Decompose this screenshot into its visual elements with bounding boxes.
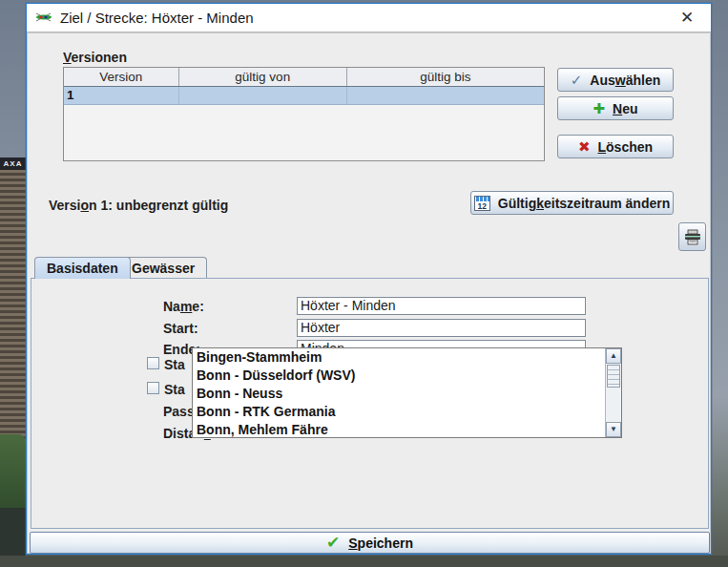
rowing-boat-icon: [34, 10, 53, 26]
dropdown-popup-list: Bingen-Stammheim Bonn - Düsseldorf (WSV)…: [192, 347, 622, 438]
auswaehlen-button[interactable]: ✓ Auswählen: [557, 68, 674, 92]
cell-version[interactable]: 1: [64, 87, 179, 104]
auswaehlen-label: Auswählen: [590, 73, 660, 88]
speichern-button[interactable]: ✔ Speichern: [30, 532, 710, 554]
printer-icon: [684, 229, 701, 245]
close-icon[interactable]: ✕: [675, 7, 699, 30]
version-summary-text: Version 1: unbegrenzt gültig: [49, 198, 228, 213]
checkbox-2[interactable]: [147, 382, 159, 394]
table-row-selected[interactable]: 1: [64, 87, 544, 105]
background-building: [0, 170, 26, 456]
check-icon: ✓: [571, 73, 583, 87]
scroll-up-icon[interactable]: ▲: [606, 348, 621, 364]
versionen-group-label: Versionen: [63, 50, 127, 65]
plus-icon: ✚: [593, 101, 605, 116]
ziel-strecke-dialog: Ziel / Strecke: Höxter - Minden ✕ Versio…: [26, 3, 712, 555]
list-item[interactable]: Bonn - Düsseldorf (WSV): [193, 367, 605, 385]
loeschen-label: Löschen: [598, 139, 654, 155]
col-header-version[interactable]: Version: [64, 68, 179, 86]
delete-x-icon: ✖: [578, 139, 591, 154]
popup-item-list: Bingen-Stammheim Bonn - Düsseldorf (WSV)…: [193, 348, 605, 437]
checkbox-1-label: Sta: [164, 357, 185, 372]
scrollbar-thumb[interactable]: [607, 365, 620, 388]
checkbox-1[interactable]: [147, 357, 159, 369]
scrollbar-track[interactable]: [606, 388, 621, 422]
title-bar[interactable]: Ziel / Strecke: Höxter - Minden ✕: [27, 4, 711, 32]
background-building-sign: AXA: [0, 158, 26, 171]
start-label: Start:: [163, 321, 198, 336]
scroll-down-icon[interactable]: ▼: [606, 422, 621, 437]
background-trees: [0, 434, 26, 515]
start-input[interactable]: Höxter: [297, 319, 586, 337]
cell-gueltig-bis[interactable]: [347, 87, 544, 104]
speichern-label: Speichern: [348, 536, 413, 551]
neu-label: Neu: [613, 101, 637, 116]
save-check-icon: ✔: [326, 535, 340, 551]
versions-table[interactable]: Version gültig von gültig bis 1: [63, 67, 545, 161]
window-title: Ziel / Strecke: Höxter - Minden: [60, 10, 254, 26]
list-item[interactable]: Bingen-Stammheim: [193, 348, 605, 367]
name-label: Name:: [163, 299, 204, 314]
list-item[interactable]: Bonn, Mehlem Fähre: [193, 421, 605, 437]
background-ground: [0, 556, 728, 567]
checkbox-2-label: Sta: [164, 382, 185, 397]
versions-table-header: Version gültig von gültig bis: [64, 68, 544, 87]
list-item[interactable]: Bonn - RTK Germania: [193, 403, 605, 421]
gueltigkeitszeitraum-button[interactable]: 12 Gültigkeitszeitraum ändern: [470, 191, 674, 215]
tab-basisdaten[interactable]: Basisdaten: [34, 257, 131, 279]
gueltigkeitszeitraum-label: Gültigkeitszeitraum ändern: [498, 196, 671, 211]
loeschen-button[interactable]: ✖ Löschen: [557, 135, 674, 158]
dialog-content: Versionen Version gültig von gültig bis …: [27, 32, 711, 554]
cell-gueltig-von[interactable]: [179, 87, 347, 104]
col-header-gueltig-bis[interactable]: gültig bis: [347, 68, 544, 86]
list-item[interactable]: Bonn - Neuss: [193, 385, 605, 403]
print-button[interactable]: [678, 222, 706, 251]
neu-button[interactable]: ✚ Neu: [557, 96, 674, 120]
calendar-icon: 12: [474, 196, 490, 211]
name-input[interactable]: Höxter - Minden: [297, 297, 586, 315]
col-header-gueltig-von[interactable]: gültig von: [179, 68, 347, 86]
popup-scrollbar[interactable]: ▲ ▼: [605, 348, 621, 437]
tab-gewaesser[interactable]: Gewässer: [119, 257, 207, 279]
